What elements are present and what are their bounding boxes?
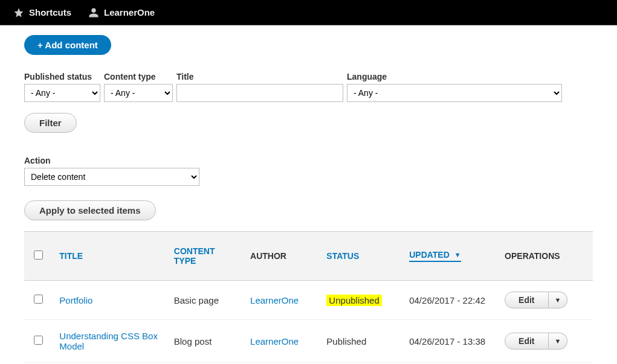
edit-button[interactable]: Edit xyxy=(505,292,548,308)
edit-button[interactable]: Edit xyxy=(505,333,548,350)
language-select[interactable]: - Any - xyxy=(347,84,562,102)
action-select[interactable]: Delete content xyxy=(24,168,199,186)
shortcuts-label: Shortcuts xyxy=(29,7,71,18)
row-title-link[interactable]: Portfolio xyxy=(59,295,92,305)
status-header[interactable]: STATUS xyxy=(326,251,359,261)
star-icon xyxy=(13,7,24,18)
row-checkbox[interactable] xyxy=(34,295,43,304)
content-type-header[interactable]: CONTENT TYPE xyxy=(174,246,215,266)
action-label: Action xyxy=(24,156,593,165)
row-title-link[interactable]: Understanding CSS Box Model xyxy=(59,331,158,351)
title-input[interactable] xyxy=(176,84,343,102)
content-type-select[interactable]: - Any - xyxy=(104,84,173,102)
shortcuts-menu[interactable]: Shortcuts xyxy=(5,0,80,25)
content-area: + Add content Published status - Any - C… xyxy=(0,25,617,363)
title-filter-label: Title xyxy=(176,72,343,81)
table-row: PortfolioBasic pageLearnerOneUnpublished… xyxy=(24,281,593,320)
published-status-select[interactable]: - Any - xyxy=(24,84,100,102)
sort-desc-icon: ▼ xyxy=(454,251,461,258)
operations-header: OPERATIONS xyxy=(505,251,560,261)
row-updated: 04/26/2017 - 13:38 xyxy=(402,320,497,363)
content-type-label: Content type xyxy=(104,72,173,81)
select-all-checkbox[interactable] xyxy=(34,251,43,260)
row-author-link[interactable]: LearnerOne xyxy=(250,336,299,346)
table-row: Understanding CSS Box ModelBlog postLear… xyxy=(24,320,593,363)
edit-dropdown-button[interactable]: ▼ xyxy=(549,333,568,350)
title-header[interactable]: TITLE xyxy=(59,251,83,261)
content-table: TITLE CONTENT TYPE AUTHOR STATUS UPDATED… xyxy=(24,231,593,363)
edit-dropdown-button[interactable]: ▼ xyxy=(549,292,568,308)
user-menu[interactable]: LearnerOne xyxy=(80,0,163,25)
row-checkbox[interactable] xyxy=(34,336,43,345)
user-icon xyxy=(88,7,99,18)
row-author-link[interactable]: LearnerOne xyxy=(250,295,299,305)
author-header: AUTHOR xyxy=(250,251,286,261)
action-section: Action Delete content Apply to selected … xyxy=(24,156,593,220)
filters-row: Published status - Any - Content type - … xyxy=(24,72,593,102)
row-updated: 04/26/2017 - 22:42 xyxy=(402,281,497,320)
admin-toolbar: Shortcuts LearnerOne xyxy=(0,0,617,25)
published-status-label: Published status xyxy=(24,72,100,81)
add-content-button[interactable]: + Add content xyxy=(24,35,111,55)
username-label: LearnerOne xyxy=(104,7,155,18)
updated-header[interactable]: UPDATED ▼ xyxy=(409,250,461,262)
row-status: Published xyxy=(319,320,402,363)
row-status: Unpublished xyxy=(319,281,402,320)
row-content-type: Basic page xyxy=(167,281,243,320)
apply-button[interactable]: Apply to selected items xyxy=(24,200,156,220)
filter-button[interactable]: Filter xyxy=(24,113,77,133)
language-label: Language xyxy=(347,72,562,81)
row-content-type: Blog post xyxy=(167,320,243,363)
